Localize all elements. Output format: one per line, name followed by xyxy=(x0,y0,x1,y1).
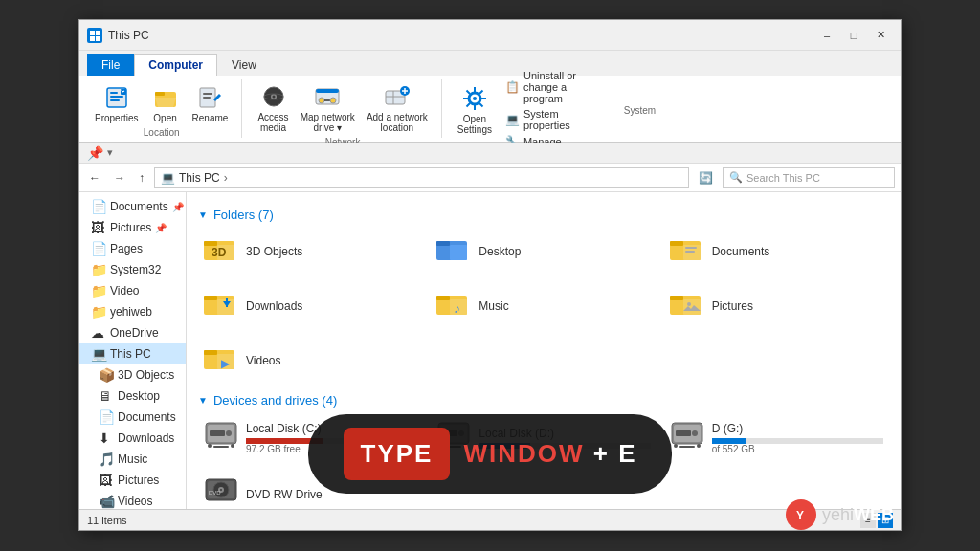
sidebar-item-label: Video xyxy=(110,284,139,298)
system-properties-item[interactable]: 💻 System properties xyxy=(503,107,581,132)
folder-downloads[interactable]: Downloads xyxy=(198,282,423,329)
ribbon-map-network[interactable]: Map networkdrive ▾ xyxy=(297,79,359,135)
videos-icon: 📹 xyxy=(99,494,114,509)
sidebar-item-label: Documents xyxy=(110,200,168,213)
ribbon-group-location: Properties Open xyxy=(87,79,242,138)
ribbon-group-system: OpenSettings 📋 Uninstall or change a pro… xyxy=(450,79,708,138)
svg-point-16 xyxy=(272,96,275,99)
sidebar-item-system32[interactable]: 📁 System32 xyxy=(79,259,186,280)
banner-highlight: WINDOW xyxy=(463,439,584,468)
sidebar-item-documents[interactable]: 📄 Documents 📌 xyxy=(79,196,186,217)
folder-videos[interactable]: ▶ Videos xyxy=(198,337,423,384)
maximize-button[interactable]: □ xyxy=(841,26,866,45)
ribbon-add-network[interactable]: Add a networklocation xyxy=(363,79,432,135)
devices-section-header[interactable]: ▼ Devices and drives (4) xyxy=(198,393,889,408)
svg-rect-0 xyxy=(90,31,95,35)
address-path[interactable]: 💻 This PC › xyxy=(154,167,689,188)
folder-pictures-name: Pictures xyxy=(712,299,753,313)
forward-button[interactable]: → xyxy=(110,169,129,187)
drive-g-name: D (G:) xyxy=(712,422,883,435)
search-box[interactable]: 🔍 Search This PC xyxy=(723,167,895,188)
folders-arrow-icon: ▼ xyxy=(198,209,208,220)
tab-view[interactable]: View xyxy=(217,54,271,76)
folder-3dobjects[interactable]: 3D 3D Objects xyxy=(198,228,423,275)
sidebar-item-thispc[interactable]: 💻 This PC xyxy=(79,343,186,364)
ribbon-open[interactable]: Open xyxy=(146,80,185,125)
pin-icon: 📌 xyxy=(87,145,103,161)
svg-rect-5 xyxy=(110,92,118,94)
status-bar: 11 items ≡ ⊞ xyxy=(79,509,901,530)
window-title: This PC xyxy=(108,29,814,42)
svg-point-87 xyxy=(692,430,698,436)
folder-pictures-icon xyxy=(670,288,704,323)
drive-g[interactable]: D (G:) of 552 GB xyxy=(664,413,889,462)
svg-rect-13 xyxy=(203,97,211,99)
folders-title: Folders (7) xyxy=(213,208,274,222)
sidebar-item-video[interactable]: 📁 Video xyxy=(79,280,186,301)
folder-desktop[interactable]: Desktop xyxy=(431,228,656,275)
sidebar-item-label: 3D Objects xyxy=(118,368,174,382)
sidebar-item-downloads[interactable]: ⬇ Downloads xyxy=(79,428,186,449)
svg-text:3D: 3D xyxy=(212,246,227,259)
sidebar-item-docs2[interactable]: 📄 Documents xyxy=(79,407,186,428)
svg-rect-86 xyxy=(676,430,691,436)
sidebar-item-desktop[interactable]: 🖥 Desktop xyxy=(79,386,186,407)
sidebar-item-label: Downloads xyxy=(118,431,174,445)
watermark-logo: Y xyxy=(786,499,816,530)
rename-icon xyxy=(194,82,225,113)
properties-label: Properties xyxy=(95,113,139,123)
svg-line-38 xyxy=(479,90,483,94)
uninstall-label: Uninstall or change a program xyxy=(523,70,579,104)
sidebar-item-videos[interactable]: 📹 Videos xyxy=(79,491,186,509)
window-controls: – □ ✕ xyxy=(814,26,893,45)
ribbon-properties[interactable]: Properties xyxy=(91,80,143,125)
tab-computer[interactable]: Computer xyxy=(134,54,217,76)
svg-point-73 xyxy=(226,430,232,436)
folders-section-header[interactable]: ▼ Folders (7) xyxy=(198,208,889,222)
folder-videos-name: Videos xyxy=(246,354,280,367)
ribbon-open-settings[interactable]: OpenSettings xyxy=(454,81,496,137)
sidebar-item-pics2[interactable]: 🖼 Pictures xyxy=(79,470,186,491)
svg-rect-7 xyxy=(110,99,120,101)
folder-music[interactable]: ♪ Music xyxy=(431,282,656,329)
system-group-label: System xyxy=(581,105,698,116)
refresh-button[interactable]: 🔄 xyxy=(695,169,717,187)
drive-dvd-icon: DVD xyxy=(204,475,238,509)
ribbon-access-media[interactable]: Accessmedia xyxy=(254,79,292,135)
up-button[interactable]: ↑ xyxy=(135,169,148,187)
back-button[interactable]: ← xyxy=(85,169,104,187)
open-label: Open xyxy=(153,113,176,123)
folder-documents[interactable]: Documents xyxy=(664,228,889,275)
minimize-button[interactable]: – xyxy=(814,26,839,45)
pin-indicator2: 📌 xyxy=(155,223,167,233)
svg-rect-71 xyxy=(213,446,229,448)
ribbon-rename[interactable]: Rename xyxy=(189,80,233,125)
map-network-icon xyxy=(312,81,343,112)
sidebar-item-pages[interactable]: 📄 Pages xyxy=(79,238,186,259)
sidebar-item-onedrive[interactable]: ☁ OneDrive xyxy=(79,322,186,343)
pics2-icon: 🖼 xyxy=(99,473,114,488)
close-button[interactable]: ✕ xyxy=(868,26,893,45)
folder-music-name: Music xyxy=(479,299,508,313)
access-media-icon xyxy=(258,81,289,112)
ribbon: Properties Open xyxy=(79,76,901,143)
window-icon xyxy=(87,28,102,43)
svg-point-30 xyxy=(473,97,477,100)
folder-music-icon: ♪ xyxy=(436,288,471,323)
properties-icon xyxy=(101,82,132,113)
tab-file[interactable]: File xyxy=(87,54,134,76)
sidebar-item-yehiweb[interactable]: 📁 yehiweb xyxy=(79,301,186,322)
desktop-icon: 🖥 xyxy=(99,388,114,404)
sidebar-item-music[interactable]: 🎵 Music xyxy=(79,449,186,470)
folder-downloads-name: Downloads xyxy=(246,299,302,313)
ribbon-location-items: Properties Open xyxy=(91,79,232,125)
sidebar-item-3dobjects[interactable]: 📦 3D Objects xyxy=(79,364,186,386)
sidebar-item-label: Pictures xyxy=(118,474,159,487)
sidebar-item-pictures[interactable]: 🖼 Pictures 📌 xyxy=(79,217,186,238)
sidebar-item-label: yehiweb xyxy=(110,305,152,319)
uninstall-item[interactable]: 📋 Uninstall or change a program xyxy=(503,69,581,105)
documents-icon: 📄 xyxy=(91,199,106,214)
folder-pictures[interactable]: Pictures xyxy=(664,282,889,329)
folder-3dobjects-name: 3D Objects xyxy=(246,245,302,258)
pages-icon: 📄 xyxy=(91,241,106,256)
